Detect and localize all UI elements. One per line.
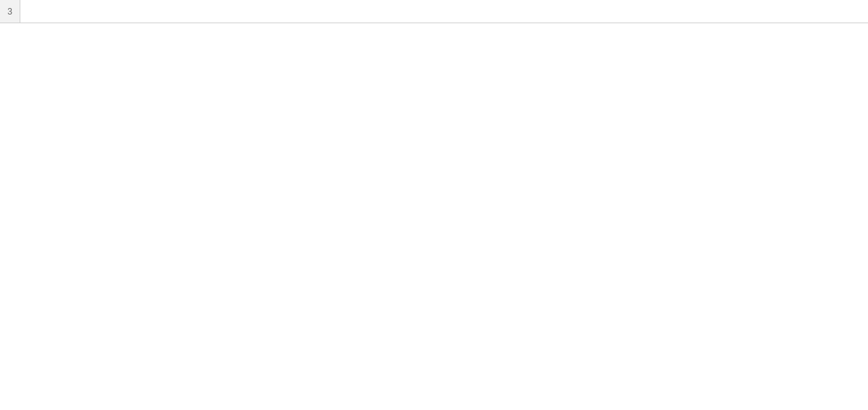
row-3: 3 bbox=[0, 0, 868, 23]
row-num-3: 3 bbox=[0, 0, 20, 23]
spreadsheet: 3 bbox=[0, 0, 868, 410]
row-3-content bbox=[20, 0, 868, 23]
